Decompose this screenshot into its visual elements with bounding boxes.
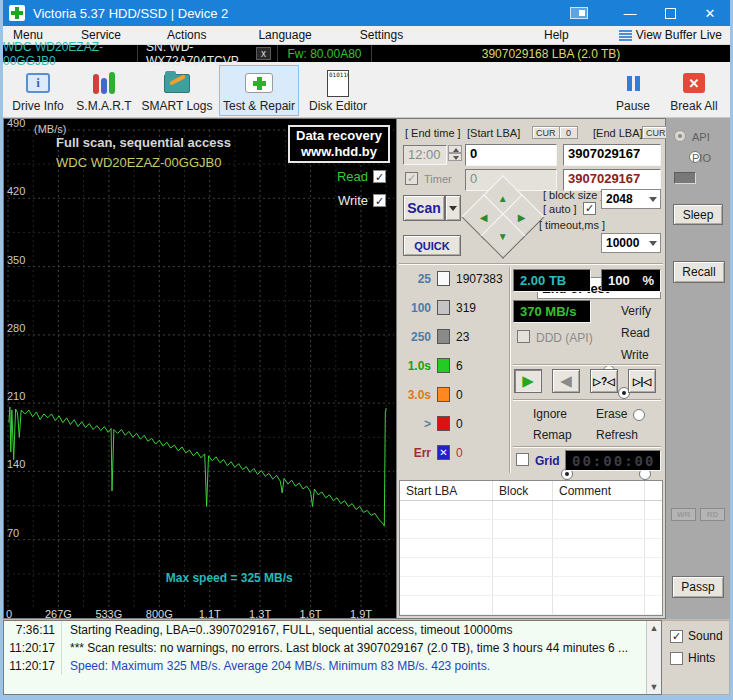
end-time-spin-down[interactable] [448,153,462,161]
scan-dropdown-button[interactable] [445,195,461,221]
capacity-display: 2.00 TB [513,269,591,292]
device-close-button[interactable]: x [256,47,271,60]
log-entry: 11:20:17 *** Scan results: no warnings, … [4,639,661,657]
view-buffer-icon [619,29,632,42]
col-start-lba[interactable]: Start LBA [400,481,493,500]
play-button[interactable]: ▶ [514,369,542,393]
counter-swatch [437,300,450,315]
app-window: Victoria 5.37 HDD/SSD | Device 2 — ✕ Men… [0,0,733,700]
y-axis-tick: 350 [7,254,25,266]
api-label: API [692,131,710,143]
wr-button[interactable]: WR [671,508,696,521]
x-axis-tick: 1.3T [240,608,280,619]
write-checkbox[interactable]: ✓ [373,194,386,207]
menu-view-buffer-live[interactable]: View Buffer Live [636,28,722,42]
device-model[interactable]: WDC WD20EZAZ-00GGJB0 [3,45,138,62]
break-all-button[interactable]: ✕ Break All [664,65,724,116]
sound-checkbox[interactable]: ✓ [670,630,683,643]
timeout-combo[interactable]: 10000 [601,233,661,253]
quick-button[interactable]: QUICK [403,235,461,256]
x-axis-tick: 1.6T [291,608,331,619]
x-axis-tick: 0 [6,608,12,619]
ddd-label: DDD (API) [536,331,593,345]
menu-help[interactable]: Help [534,28,579,42]
timer-label: Timer [424,173,452,185]
y-axis-tick: 140 [7,458,25,470]
y-axis-tick: 280 [7,322,25,334]
back-button[interactable]: ◀ [552,369,580,393]
toolbar: i Drive Info S.M.A.R.T SMART Logs Test &… [3,62,730,118]
write-label: Write [621,348,649,362]
tab-disk-editor[interactable]: 010110110011101000001 Disk Editor [305,65,371,116]
start-lba-field[interactable]: 0 [465,144,557,166]
erase-label: Erase [596,407,627,421]
pio-label: PIO [692,152,711,164]
scroll-up-icon[interactable]: ▲ [650,623,659,633]
recall-button[interactable]: Recall [673,261,725,283]
api-radio[interactable] [674,130,686,142]
start-lba-label: [Start LBA] [467,127,520,139]
end-lba-field2[interactable]: 3907029167 [563,169,661,191]
counter-swatch [437,387,450,402]
counter-row-250: 25023 [401,329,469,344]
write-radio[interactable] [633,409,645,421]
read-label: Read [621,326,650,340]
tab-test-repair[interactable]: Test & Repair [219,65,299,116]
graph-subtitle: WDC WD20EZAZ-00GGJB0 [56,155,221,170]
rd-button[interactable]: RD [700,508,725,521]
log-entry: 11:20:17 Speed: Maximum 325 MB/s. Averag… [4,657,661,675]
table-row [400,539,662,558]
counter-row->: >0 [401,416,463,431]
close-button[interactable]: ✕ [690,0,730,26]
table-row [400,596,662,615]
end-time-field[interactable]: 12:00 [403,145,447,165]
tab-smart[interactable]: S.M.A.R.T [73,65,135,116]
start-lba-zero-button[interactable]: 0 [559,126,578,139]
app-logo-icon [9,5,25,21]
col-comment[interactable]: Comment [553,481,645,500]
x-axis-tick: 800G [139,608,179,619]
ddd-checkbox[interactable] [517,330,530,343]
maximize-button[interactable] [650,0,690,26]
butterfly-button[interactable]: ▷|◁ [628,369,656,393]
device-bar: WDC WD20EZAZ-00GGJB0 SN: WD-WX72A704TCVP… [3,45,730,62]
pause-button[interactable]: Pause [608,65,658,116]
block-size-combo[interactable]: 2048 [601,189,661,209]
start-lba-cur-button[interactable]: CUR [532,126,560,139]
counter-row-1.0s: 1.0s6 [401,358,463,373]
seek-test-button[interactable]: ▷?◁ [590,369,618,393]
grid-checkbox[interactable] [516,453,529,466]
menu-language[interactable]: Language [248,28,321,42]
passp-button[interactable]: Passp [672,576,724,598]
menu-settings[interactable]: Settings [350,28,413,42]
control-panel: [ End time ] [Start LBA] CUR 0 [End LBA]… [396,118,666,619]
hints-checkbox[interactable] [670,652,683,665]
log-scrollbar[interactable]: ▲ ▼ [646,621,661,694]
read-checkbox[interactable]: ✓ [373,170,386,183]
break-all-icon: ✕ [683,73,705,93]
device-firmware: Fw: 80.00A80 [277,45,372,62]
end-time-spin-up[interactable] [448,145,462,153]
title-bar: Victoria 5.37 HDD/SSD | Device 2 — ✕ [3,0,730,26]
defect-table[interactable]: Start LBA Block Comment [399,480,663,616]
col-block[interactable]: Block [493,481,553,500]
tab-smart-logs[interactable]: SMART Logs [141,65,213,116]
window-title: Victoria 5.37 HDD/SSD | Device 2 [33,6,228,21]
tab-drive-info[interactable]: i Drive Info [9,65,67,116]
scan-button[interactable]: Scan [403,195,445,221]
end-lba-field[interactable]: 3907029167 [563,144,661,166]
auto-checkbox[interactable]: ✓ [583,202,596,215]
test-repair-icon [245,73,273,93]
disk-editor-icon: 010110110011101000001 [327,70,349,97]
scroll-down-icon[interactable]: ▼ [650,682,659,692]
timer-checkbox[interactable]: ✓ [405,172,418,185]
minimize-button[interactable]: — [610,0,650,26]
y-axis-tick: 70 [7,527,19,539]
legend-read: Read ✓ [337,169,386,184]
end-time-label: [ End time ] [405,127,461,139]
y-axis-tick: 420 [7,185,25,197]
y-axis-tick: 490 [7,118,25,129]
counter-swatch [437,329,450,344]
log-panel[interactable]: 7:36:11 Starting Reading, LBA=0..3907029… [3,620,662,695]
sleep-button[interactable]: Sleep [673,204,723,225]
